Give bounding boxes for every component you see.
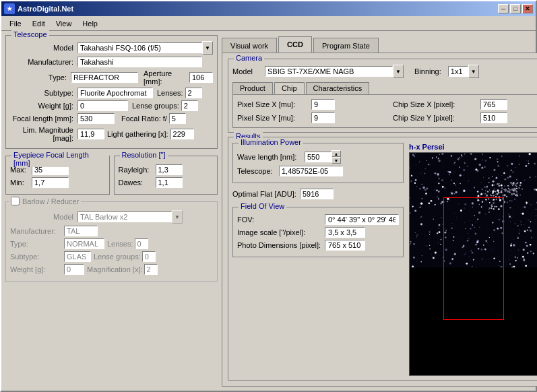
fov-field-label: FOV: <box>237 216 325 224</box>
results-left: Illumination Power Wave length [nm]: ▲ ▼ <box>232 143 404 376</box>
pixel-size-x-row: Pixel Size X [mu]: <box>237 99 385 110</box>
lim-mag-input[interactable] <box>77 129 104 139</box>
chip-grid: Pixel Size X [mu]: Chip Size X [pixel]: … <box>237 99 537 123</box>
rayleigh-row: Rayleigh: <box>119 164 214 175</box>
image-section: h-x Persei <box>409 143 537 376</box>
dawes-input[interactable] <box>156 177 183 188</box>
sub-tab-characteristics[interactable]: Characteristics <box>306 82 370 94</box>
close-button[interactable]: ✕ <box>522 4 533 13</box>
type-row: Type: Aperture [mm]: <box>10 69 213 86</box>
chip-size-y-label: Chip Size Y [pixel]: <box>393 114 480 122</box>
barlow-lenses-input <box>135 238 148 249</box>
focal-length-input[interactable] <box>77 113 115 124</box>
lense-groups-input[interactable] <box>181 100 198 111</box>
chip-content: Pixel Size X [mu]: Chip Size X [pixel]: … <box>232 94 537 128</box>
tab-visual-work[interactable]: Visual work <box>222 38 277 53</box>
aperture-input[interactable] <box>189 72 213 83</box>
focal-ratio-label: Focal Ratio: f/ <box>121 115 167 123</box>
telescope-illum-label: Telescope: <box>237 167 279 175</box>
wavelength-up-btn[interactable]: ▲ <box>331 150 341 157</box>
chip-size-y-input[interactable] <box>480 112 507 123</box>
barlow-type-input <box>64 238 104 249</box>
fov-box: Field Of View FOV: Image scale ["/pixel]… <box>232 207 404 257</box>
pixel-size-x-input[interactable] <box>311 99 335 110</box>
lim-mag-row: Lim. Magnitude [mag]: Light gathering [x… <box>10 126 213 142</box>
right-panel: Visual work CCD Program State Camera Mod… <box>222 35 537 387</box>
binning-dropdown[interactable]: ▼ <box>468 65 479 78</box>
barlow-lenses-label: Lenses: <box>107 240 133 248</box>
barlow-model-label: Model <box>10 213 77 221</box>
photo-dim-row: Photo Dimensions [pixel]: <box>237 240 399 251</box>
weight-row: Weight [g]: Lense groups: <box>10 100 213 111</box>
illumination-box: Illumination Power Wave length [nm]: ▲ ▼ <box>232 143 404 183</box>
chip-size-x-input[interactable] <box>480 99 507 110</box>
camera-model-dropdown[interactable]: ▼ <box>393 65 404 78</box>
eyepiece-min-row: Min: <box>10 177 105 188</box>
menu-edit[interactable]: Edit <box>27 18 51 29</box>
main-window: ★ AstroDigital.Net ─ □ ✕ File Edit View … <box>0 0 537 392</box>
subtype-input[interactable] <box>77 88 153 98</box>
focal-length-label: Focal length [mm]: <box>10 115 77 123</box>
telescope-model-input[interactable] <box>77 42 202 53</box>
manufacturer-input[interactable] <box>77 57 202 67</box>
bottom-panels: Eyepiece Focal Length [mm] Max: Min: Res… <box>5 156 218 195</box>
barlow-weight-input <box>64 264 84 275</box>
tab-bar: Visual work CCD Program State <box>222 35 537 53</box>
min-input[interactable] <box>32 177 69 188</box>
light-gathering-input[interactable] <box>170 129 194 139</box>
dawes-label: Dawes: <box>119 178 156 187</box>
tab-program-state[interactable]: Program State <box>313 38 379 53</box>
binning-input[interactable] <box>448 66 468 77</box>
weight-input[interactable] <box>77 100 128 111</box>
barlow-type-label: Type: <box>10 240 64 248</box>
results-group: Results Illumination Power Wave length [… <box>228 137 537 381</box>
barlow-subtype-label: Subtype: <box>10 253 64 261</box>
lenses-input[interactable] <box>185 88 202 98</box>
barlow-checkbox[interactable] <box>11 197 20 205</box>
telescope-illum-input[interactable] <box>279 166 343 176</box>
barlow-panel: Barlow / Reducer Model ▼ Manufacturer: <box>5 201 218 282</box>
menu-view[interactable]: View <box>51 18 77 29</box>
pixel-size-y-row: Pixel Size Y [mu]: <box>237 112 385 123</box>
type-input[interactable] <box>71 72 138 83</box>
optimal-flat-row: Optimal Flat [ADU]: <box>232 189 404 199</box>
results-inner: Illumination Power Wave length [nm]: ▲ ▼ <box>232 143 537 376</box>
fov-value-input[interactable] <box>325 214 399 225</box>
menu-help[interactable]: Help <box>77 18 103 29</box>
sub-tab-chip[interactable]: Chip <box>274 82 305 94</box>
barlow-manufacturer-input <box>64 226 98 236</box>
rayleigh-input[interactable] <box>156 164 183 175</box>
wavelength-down-btn[interactable]: ▼ <box>331 157 341 164</box>
menu-file[interactable]: File <box>4 18 27 29</box>
optimal-flat-input[interactable] <box>300 189 334 199</box>
minimize-button[interactable]: ─ <box>498 4 509 13</box>
wavelength-input[interactable] <box>305 152 331 162</box>
window-title: AstroDigital.Net <box>18 5 498 13</box>
telescope-model-dropdown[interactable]: ▼ <box>202 41 213 55</box>
pixel-size-x-label: Pixel Size X [mu]: <box>237 100 311 108</box>
image-scale-input[interactable] <box>325 227 365 238</box>
telescope-group-label: Telescope <box>11 30 49 38</box>
pixel-size-y-input[interactable] <box>311 112 335 123</box>
camera-model-label: Model <box>232 67 261 75</box>
camera-model-row: Model ▼ Binning: ▼ <box>232 65 537 78</box>
barlow-type-row: Type: Lenses: <box>10 238 213 249</box>
manufacturer-row: Manufacturer: <box>10 57 213 67</box>
sub-tab-product[interactable]: Product <box>232 82 273 94</box>
barlow-manufacturer-row: Manufacturer: <box>10 226 213 236</box>
focal-ratio-input[interactable] <box>169 113 186 124</box>
wavelength-label: Wave length [nm]: <box>237 153 305 161</box>
tab-ccd[interactable]: CCD <box>278 36 312 53</box>
dawes-row: Dawes: <box>119 177 214 188</box>
image-label: h-x Persei <box>409 143 537 151</box>
window-controls: ─ □ ✕ <box>498 4 533 13</box>
eyepiece-label: Eyepiece Focal Length [mm] <box>11 151 109 167</box>
subtype-label: Subtype: <box>10 89 77 97</box>
photo-dim-input[interactable] <box>325 240 365 251</box>
fov-value-row: FOV: <box>237 214 399 225</box>
telescope-group: Telescope Model ▼ Manufacturer: Type: Ap… <box>5 35 218 149</box>
light-gathering-label: Light gathering [x]: <box>107 130 168 138</box>
barlow-lense-groups-label: Lense groups: <box>94 253 141 261</box>
maximize-button[interactable]: □ <box>510 4 521 13</box>
camera-model-input[interactable] <box>265 66 393 77</box>
